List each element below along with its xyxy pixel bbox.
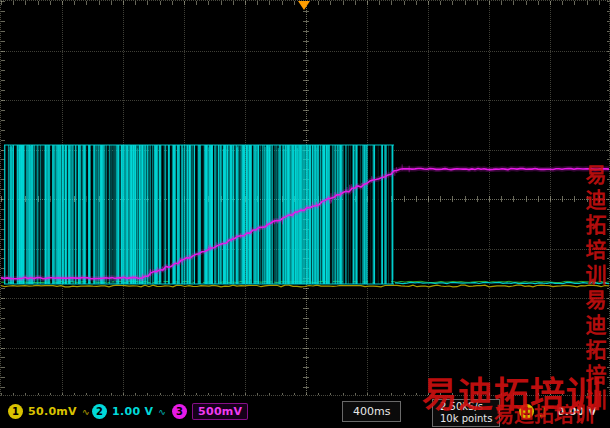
channel-2-readout[interactable]: 2 1.00 V ∿	[92, 403, 166, 420]
record-length: 10k points	[440, 413, 492, 425]
acquisition-readout[interactable]: 2.50kS/s 10k points	[432, 399, 500, 427]
waveform-canvas	[1, 1, 610, 396]
channel-3-badge[interactable]: 3	[172, 404, 187, 419]
timebase-readout[interactable]: 400ms	[342, 401, 401, 422]
trigger-source-badge: 1	[519, 404, 534, 419]
channel-3-scale: 500mV	[192, 403, 248, 420]
channel-3-readout[interactable]: 3 500mV	[172, 403, 248, 420]
channel-1-badge[interactable]: 1	[8, 404, 23, 419]
channel-1-scale: 50.0mV	[28, 405, 77, 418]
channel-2-badge[interactable]: 2	[92, 404, 107, 419]
trigger-position-marker[interactable]	[298, 1, 310, 10]
channel-1-coupling-icon: ∿	[82, 407, 90, 417]
channel-2-scale: 1.00 V	[112, 405, 153, 418]
trigger-readout[interactable]: 1 0.00 V	[519, 403, 596, 420]
channel-1-readout[interactable]: 1 50.0mV ∿	[8, 403, 89, 420]
sample-rate: 2.50kS/s	[440, 401, 492, 413]
rising-edge-icon	[539, 405, 552, 418]
trigger-level: 0.00 V	[557, 405, 596, 418]
channel-2-coupling-icon: ∿	[158, 407, 166, 417]
status-bar: 1 50.0mV ∿ 2 1.00 V ∿ 3 500mV 400ms 2.50…	[0, 396, 610, 428]
waveform-display	[0, 0, 610, 396]
oscilloscope-screen: 1 50.0mV ∿ 2 1.00 V ∿ 3 500mV 400ms 2.50…	[0, 0, 610, 428]
